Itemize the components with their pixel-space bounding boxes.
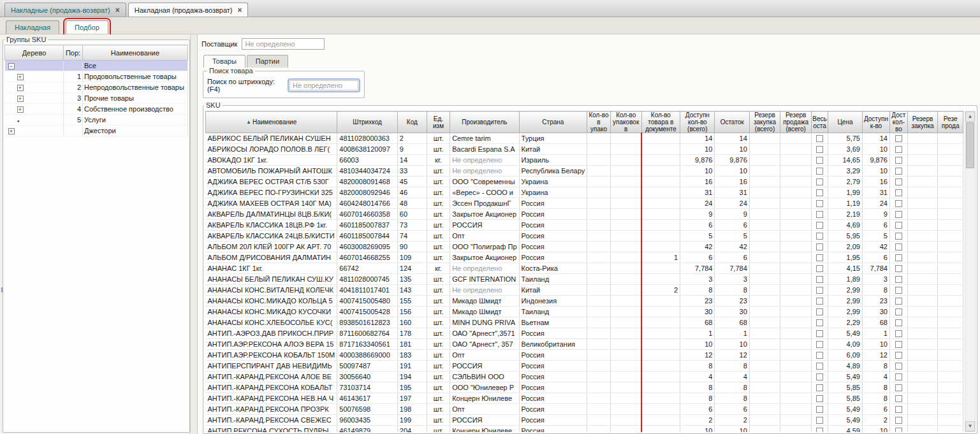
column-header[interactable]: Весь оста <box>811 112 828 133</box>
column-header[interactable]: Кол-во товара в документе <box>641 112 680 133</box>
sku-group-row[interactable]: −Все <box>5 61 188 71</box>
checkbox[interactable] <box>816 308 823 315</box>
column-header[interactable]: ▲Наименование <box>206 112 337 133</box>
column-header[interactable]: Кол-во упаковок в <box>610 112 641 133</box>
table-row[interactable]: АВОКАДО 1КГ 1кг.6600314кг.Не определеноИ… <box>206 155 963 166</box>
table-row[interactable]: АНТИП.-КАРАНД.РЕКСОНА АЛОЕ ВЕ30056640194… <box>206 372 963 382</box>
checkbox[interactable] <box>816 319 823 326</box>
table-row[interactable]: АНТИП.АЭР.РЕКСОНА АЛОЭ ВЕРА 158717163340… <box>206 339 963 350</box>
expand-icon[interactable]: + <box>17 96 24 102</box>
column-header[interactable]: Резерв закупка (всего) <box>749 112 780 133</box>
checkbox[interactable] <box>816 384 823 391</box>
column-header[interactable]: Страна <box>519 112 587 133</box>
checkbox[interactable] <box>895 189 902 196</box>
expand-icon[interactable]: + <box>17 74 24 80</box>
checkbox[interactable] <box>895 200 902 207</box>
scroll-up-button[interactable]: ▲ <box>965 112 975 122</box>
sku-group-row[interactable]: ●5Услуги <box>5 115 188 126</box>
table-row[interactable]: АКВАРЕЛЬ ДАЛМАТИНЦЫ 8ЦВ.Б/КИ(46070146603… <box>206 209 963 220</box>
checkbox[interactable] <box>895 222 902 229</box>
table-row[interactable]: АЛЬБОМ 20Л КЛЕЙ 100ГР АК АРТ. 7046030082… <box>206 242 963 252</box>
table-row[interactable]: АЛЬБОМ Д/РИСОВАНИЯ ДАЛМАТИН4607014668255… <box>206 252 963 263</box>
table-row[interactable]: АДЖИКА ВЕРЕС ПО-ГРУЗИНСКИ 32548200080929… <box>206 187 963 198</box>
checkbox[interactable] <box>895 157 902 164</box>
checkbox[interactable] <box>816 373 823 380</box>
sku-group-row[interactable]: +1Продовольственные товары <box>5 71 188 82</box>
tree-column-header[interactable]: Дерево <box>5 45 64 61</box>
vertical-scrollbar[interactable]: ▲ ▼ <box>965 111 976 432</box>
checkbox[interactable] <box>895 308 902 315</box>
close-icon[interactable]: × <box>115 7 120 13</box>
checkbox[interactable] <box>895 298 902 305</box>
checkbox[interactable] <box>816 341 823 348</box>
checkbox[interactable] <box>895 428 902 432</box>
supplier-input[interactable] <box>242 38 325 50</box>
column-header[interactable]: Резерв продажа (всего) <box>780 112 812 133</box>
checkbox[interactable] <box>816 178 823 185</box>
column-header[interactable]: Цена <box>828 112 862 133</box>
sku-group-row[interactable]: +3Прочие товары <box>5 93 188 104</box>
table-row[interactable]: АНТИП.-КАРАНД.РЕКСОНА НЕВ.НА Ч4614361719… <box>206 393 963 404</box>
column-header[interactable]: Доступн к-во <box>863 112 890 133</box>
checkbox[interactable] <box>895 276 902 283</box>
table-row[interactable]: АНТИП.-КАРАНД.РЕКСОНА ПРОЗРК50076598198ш… <box>206 404 963 415</box>
checkbox[interactable] <box>895 341 902 348</box>
checkbox[interactable] <box>895 373 902 380</box>
window-tab[interactable]: Накладные (продажа-возврат)× <box>4 3 126 17</box>
column-header[interactable]: Кол-во в упако <box>587 112 611 133</box>
name-column-header[interactable]: Наименование <box>83 45 188 61</box>
checkbox[interactable] <box>895 330 902 337</box>
column-header[interactable]: Ед. изм <box>427 112 450 133</box>
checkbox[interactable] <box>816 330 823 337</box>
checkbox[interactable] <box>816 265 823 272</box>
table-row[interactable]: АНАНАСЫ КОНС.МИКАДО КОЛЬЦА 5400741500548… <box>206 296 963 307</box>
table-row[interactable]: АНТИП.РЕКСОНА СУХОСТЬ ПУДРЫ46149879204шт… <box>206 426 963 433</box>
column-header[interactable]: Код <box>397 112 427 133</box>
checkbox[interactable] <box>895 211 902 218</box>
column-header[interactable]: Резе прода <box>938 112 963 133</box>
table-row[interactable]: АВТОМОБИЛЬ ПОЖАРНЫЙ АНТОШК48103440347243… <box>206 166 963 177</box>
table-row[interactable]: АНТИП.-КАРАНД.РЕКСОНА КОБАЛЬТ73103714195… <box>206 382 963 393</box>
checkbox[interactable] <box>816 254 823 261</box>
checkbox[interactable] <box>816 363 823 370</box>
checkbox[interactable] <box>816 428 823 432</box>
checkbox[interactable] <box>816 189 823 196</box>
checkbox[interactable] <box>816 287 823 294</box>
table-row[interactable]: АКВАРЕЛЬ КЛАССИКА 24ЦВ.Б/КИСТИ4601185007… <box>206 231 963 242</box>
table-row[interactable]: АБРИКОСЫ ЛОРАДО ПОЛОВ.В ЛЕГ(400863812009… <box>206 144 963 155</box>
checkbox[interactable] <box>895 265 902 272</box>
checkbox[interactable] <box>895 146 902 153</box>
expand-icon[interactable]: + <box>17 106 24 113</box>
product-tab[interactable]: Товары <box>203 55 245 68</box>
checkbox[interactable] <box>895 363 902 370</box>
expand-icon[interactable]: + <box>17 85 24 91</box>
column-header[interactable]: Доступн кол-во (всего) <box>680 112 715 133</box>
order-column-header[interactable]: Пор: <box>64 45 83 61</box>
expand-icon[interactable]: + <box>8 128 15 134</box>
column-header[interactable]: Остаток <box>715 112 749 133</box>
checkbox[interactable] <box>895 168 902 175</box>
product-tab[interactable]: Партии <box>247 55 288 68</box>
table-row[interactable]: АКВАРЕЛЬ КЛАССИКА 18ЦВ.РФ 1кг.4601185007… <box>206 220 963 231</box>
table-row[interactable]: АНАНАСЫ КОНС.МИКАДО КУСОЧКИ4007415005428… <box>206 307 963 317</box>
checkbox[interactable] <box>895 233 902 240</box>
checkbox[interactable] <box>816 352 823 359</box>
checkbox[interactable] <box>816 243 823 250</box>
checkbox[interactable] <box>816 157 823 164</box>
checkbox[interactable] <box>895 352 902 359</box>
column-header[interactable]: Резерв закупка <box>907 112 938 133</box>
table-row[interactable]: АНТИП.АЭР.РЕКСОНА КОБАЛЬТ 150М4000388669… <box>206 350 963 361</box>
checkbox[interactable] <box>816 211 823 218</box>
column-header[interactable]: Дост кол-во <box>889 112 907 133</box>
collapse-icon[interactable]: − <box>8 63 15 69</box>
checkbox[interactable] <box>816 417 823 424</box>
checkbox[interactable] <box>895 254 902 261</box>
splitter-grip[interactable]: ‖ <box>1 287 3 294</box>
window-tab[interactable]: Накладная (продажа-возврат)× <box>128 3 249 17</box>
checkbox[interactable] <box>895 417 902 424</box>
table-row[interactable]: АДЖИКА МАХЕЕВ ОСТРАЯ 140Г МА)46042480147… <box>206 198 963 209</box>
doc-tab[interactable]: Подбор <box>66 20 108 34</box>
sku-group-row[interactable]: +2Непродовольственные товары <box>5 82 188 93</box>
table-row[interactable]: АБРИКОС БЕЛЫЙ ПЕЛИКАН СУШЕН4811028000363… <box>206 133 963 144</box>
checkbox[interactable] <box>816 233 823 240</box>
